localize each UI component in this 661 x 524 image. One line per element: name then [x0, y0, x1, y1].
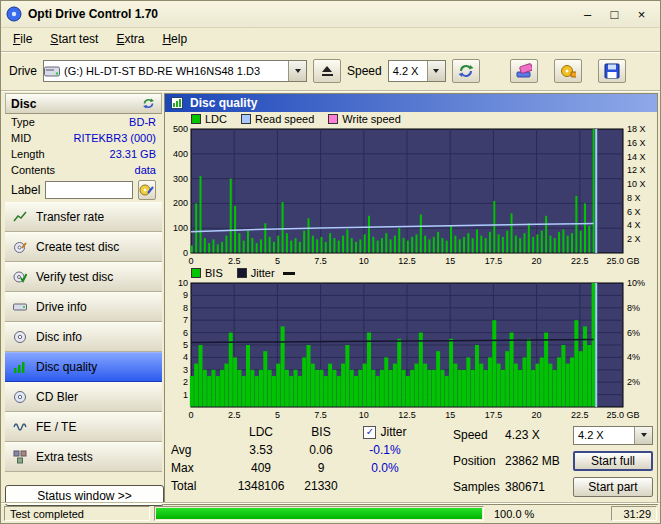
progress-fill — [156, 508, 482, 519]
jitter-checkbox[interactable]: ✓ — [363, 426, 376, 439]
disc-info-icon — [12, 330, 28, 344]
info-value: BD-R — [129, 116, 156, 128]
maximize-button[interactable]: □ — [601, 4, 628, 24]
drive-select-arrow[interactable] — [288, 61, 306, 81]
svg-text:0: 0 — [188, 256, 193, 266]
disc-refresh-icon[interactable] — [140, 97, 156, 110]
sidebar-item-disc-info[interactable]: Disc info — [5, 322, 162, 352]
disc-section-title: Disc — [11, 97, 36, 111]
minimize-button[interactable]: – — [574, 4, 601, 24]
svg-text:300: 300 — [173, 174, 188, 184]
eject-icon — [322, 66, 332, 72]
disc-quality-icon — [12, 360, 28, 374]
row-label-max: Max — [171, 461, 229, 475]
sidebar-item-create-test-disc[interactable]: Create test disc — [5, 232, 162, 262]
speed-stat-label: Speed — [453, 428, 505, 442]
transfer-rate-icon — [12, 210, 28, 224]
speed-select-arrow[interactable] — [427, 61, 445, 81]
svg-text:4 X: 4 X — [627, 220, 641, 230]
samples-stat-label: Samples — [453, 480, 505, 494]
save-results-button[interactable] — [598, 59, 626, 83]
svg-text:10%: 10% — [627, 280, 645, 288]
disc-quality-panel: Disc quality LDC Read speed Write speed … — [164, 93, 658, 505]
extra-tests-icon — [12, 450, 28, 464]
start-part-button[interactable]: Start part — [573, 477, 653, 497]
toolbar: Drive (G:) HL-DT-ST BD-RE WH16NS48 1.D3 … — [1, 52, 660, 91]
info-value: RITEKBR3 (000) — [73, 132, 156, 144]
menu-help[interactable]: Help — [153, 29, 196, 49]
test-speed-select[interactable]: 4.2 X — [573, 426, 653, 445]
sidebar-item-verify-test-disc[interactable]: Verify test disc — [5, 262, 162, 292]
menu-extra[interactable]: Extra — [107, 29, 153, 49]
jitter-toggle[interactable]: ✓Jitter — [349, 425, 421, 439]
info-value: 23.31 GB — [110, 148, 156, 160]
cd-bler-icon — [12, 390, 28, 404]
sidebar-item-transfer-rate[interactable]: Transfer rate — [5, 202, 162, 232]
svg-text:6%: 6% — [627, 328, 640, 338]
label-input[interactable] — [45, 181, 133, 199]
disc-section-header: Disc — [5, 93, 162, 114]
sidebar-item-drive-info[interactable]: Drive info — [5, 292, 162, 322]
eject-button[interactable] — [313, 59, 341, 83]
svg-text:25.0 GB: 25.0 GB — [606, 256, 639, 266]
menu-file[interactable]: File — [4, 29, 41, 49]
info-row-length: Length 23.31 GB — [5, 146, 162, 162]
legend-write-speed: Write speed — [328, 113, 401, 125]
svg-text:5: 5 — [183, 340, 188, 350]
svg-text:2 X: 2 X — [627, 234, 641, 244]
titlebar: Opti Drive Control 1.70 – □ × — [1, 1, 660, 28]
speed-select-value: 4.2 X — [389, 65, 427, 77]
svg-text:7.5: 7.5 — [314, 256, 327, 266]
label-edit-button[interactable] — [138, 180, 156, 200]
test-speed-arrow[interactable] — [634, 427, 652, 444]
speed-label: Speed — [347, 64, 382, 78]
avg-ldc: 3.53 — [229, 443, 293, 457]
speed-select[interactable]: 4.2 X — [388, 60, 446, 82]
sidebar-item-disc-quality[interactable]: Disc quality — [5, 352, 162, 382]
status-text: Test completed — [4, 506, 150, 521]
svg-text:17.5: 17.5 — [485, 256, 503, 266]
info-label: MID — [11, 132, 31, 144]
sidebar: Disc Type BD-R MID RITEKBR3 (000) Length… — [5, 93, 162, 472]
svg-text:4: 4 — [183, 352, 188, 362]
col-header-ldc: LDC — [229, 425, 293, 439]
app-window: Opti Drive Control 1.70 – □ × File Start… — [0, 0, 661, 524]
svg-text:10: 10 — [359, 256, 369, 266]
verify-test-disc-icon — [12, 270, 28, 284]
info-value[interactable]: data — [135, 164, 156, 176]
menu-start-test[interactable]: Start test — [41, 29, 107, 49]
svg-text:18 X: 18 X — [627, 126, 646, 134]
chevron-down-icon — [295, 69, 301, 73]
info-label: Length — [11, 148, 45, 160]
svg-text:3: 3 — [183, 365, 188, 375]
sidebar-item-cd-bler[interactable]: CD Bler — [5, 382, 162, 412]
svg-text:22.5: 22.5 — [571, 256, 589, 266]
samples-stat-value: 380671 — [505, 480, 573, 494]
jitter-swatch — [237, 268, 247, 278]
legend-bottom: BIS Jitter — [165, 266, 657, 280]
position-stat-value: 23862 MB — [505, 454, 573, 468]
svg-text:0: 0 — [188, 410, 193, 420]
total-ldc: 1348106 — [229, 479, 293, 493]
svg-text:2.5: 2.5 — [228, 410, 241, 420]
sidebar-item-fe-te[interactable]: FE / TE — [5, 412, 162, 442]
menubar: File Start test Extra Help — [1, 27, 660, 52]
max-jitter: 0.0% — [349, 461, 421, 475]
sidebar-item-extra-tests[interactable]: Extra tests — [5, 442, 162, 472]
legend-top: LDC Read speed Write speed — [165, 112, 657, 126]
erase-disc-button[interactable] — [510, 59, 538, 83]
svg-text:22.5: 22.5 — [571, 410, 589, 420]
svg-text:8 X: 8 X — [627, 193, 641, 203]
info-row-type: Type BD-R — [5, 114, 162, 130]
start-full-button[interactable]: Start full — [573, 451, 653, 471]
svg-text:17.5: 17.5 — [485, 410, 503, 420]
refresh-button[interactable] — [452, 59, 480, 83]
svg-text:100: 100 — [173, 223, 188, 233]
window-title: Opti Drive Control 1.70 — [28, 7, 158, 21]
panel-header: Disc quality — [165, 94, 657, 112]
drive-select[interactable]: (G:) HL-DT-ST BD-RE WH16NS48 1.D3 — [43, 60, 307, 82]
disc-tools-button[interactable] — [554, 59, 582, 83]
save-icon — [604, 63, 620, 79]
close-button[interactable]: × — [628, 4, 655, 24]
svg-text:12.5: 12.5 — [398, 256, 416, 266]
